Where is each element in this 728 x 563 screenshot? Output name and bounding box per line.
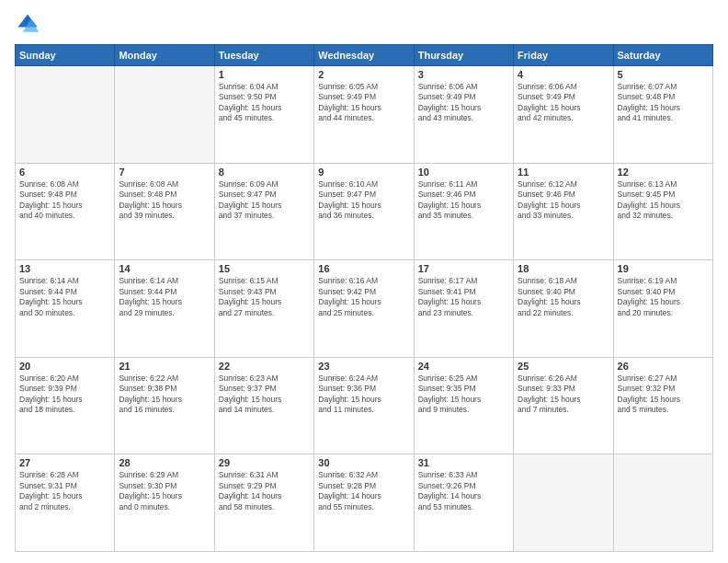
day-info: Sunrise: 6:08 AM Sunset: 9:48 PM Dayligh… xyxy=(19,179,110,222)
day-number: 22 xyxy=(219,361,310,372)
calendar-cell: 3Sunrise: 6:06 AM Sunset: 9:49 PM Daylig… xyxy=(414,66,513,164)
day-info: Sunrise: 6:32 AM Sunset: 9:28 PM Dayligh… xyxy=(318,470,409,512)
calendar-cell: 4Sunrise: 6:06 AM Sunset: 9:49 PM Daylig… xyxy=(514,66,613,164)
day-info: Sunrise: 6:25 AM Sunset: 9:35 PM Dayligh… xyxy=(418,373,509,416)
day-number: 17 xyxy=(418,263,509,274)
calendar-cell xyxy=(514,454,613,552)
day-info: Sunrise: 6:18 AM Sunset: 9:40 PM Dayligh… xyxy=(518,276,609,318)
day-info: Sunrise: 6:17 AM Sunset: 9:41 PM Dayligh… xyxy=(418,276,509,318)
calendar-cell: 22Sunrise: 6:23 AM Sunset: 9:37 PM Dayli… xyxy=(214,357,313,454)
day-info: Sunrise: 6:05 AM Sunset: 9:49 PM Dayligh… xyxy=(318,82,409,124)
day-number: 6 xyxy=(19,167,110,178)
day-number: 27 xyxy=(19,457,110,468)
day-info: Sunrise: 6:12 AM Sunset: 9:46 PM Dayligh… xyxy=(518,179,609,222)
calendar-week-1: 1Sunrise: 6:04 AM Sunset: 9:50 PM Daylig… xyxy=(16,66,713,164)
day-info: Sunrise: 6:23 AM Sunset: 9:37 PM Dayligh… xyxy=(219,373,310,416)
day-info: Sunrise: 6:28 AM Sunset: 9:31 PM Dayligh… xyxy=(19,470,110,512)
calendar-cell: 14Sunrise: 6:14 AM Sunset: 9:44 PM Dayli… xyxy=(115,260,214,358)
day-number: 18 xyxy=(518,263,609,274)
weekday-header-saturday: Saturday xyxy=(613,45,712,66)
calendar-cell: 5Sunrise: 6:07 AM Sunset: 9:48 PM Daylig… xyxy=(613,66,712,164)
day-number: 31 xyxy=(418,457,509,468)
calendar-week-4: 20Sunrise: 6:20 AM Sunset: 9:39 PM Dayli… xyxy=(16,357,713,454)
calendar-cell: 29Sunrise: 6:31 AM Sunset: 9:29 PM Dayli… xyxy=(214,454,313,552)
calendar-cell: 24Sunrise: 6:25 AM Sunset: 9:35 PM Dayli… xyxy=(414,357,513,454)
calendar-cell: 18Sunrise: 6:18 AM Sunset: 9:40 PM Dayli… xyxy=(514,260,613,358)
calendar-cell: 9Sunrise: 6:10 AM Sunset: 9:47 PM Daylig… xyxy=(314,163,414,260)
day-info: Sunrise: 6:14 AM Sunset: 9:44 PM Dayligh… xyxy=(19,276,110,318)
weekday-header-monday: Monday xyxy=(115,45,214,66)
day-info: Sunrise: 6:09 AM Sunset: 9:47 PM Dayligh… xyxy=(219,179,310,222)
day-number: 11 xyxy=(518,167,609,178)
day-info: Sunrise: 6:06 AM Sunset: 9:49 PM Dayligh… xyxy=(518,82,609,124)
calendar-cell: 12Sunrise: 6:13 AM Sunset: 9:45 PM Dayli… xyxy=(613,163,712,260)
calendar-cell: 15Sunrise: 6:15 AM Sunset: 9:43 PM Dayli… xyxy=(214,260,313,358)
day-number: 8 xyxy=(219,167,310,178)
page: SundayMondayTuesdayWednesdayThursdayFrid… xyxy=(0,0,728,563)
calendar-cell xyxy=(115,66,214,164)
day-number: 26 xyxy=(618,361,709,372)
logo xyxy=(15,11,44,37)
day-number: 9 xyxy=(318,167,409,178)
day-info: Sunrise: 6:27 AM Sunset: 9:32 PM Dayligh… xyxy=(618,373,709,416)
calendar-cell: 19Sunrise: 6:19 AM Sunset: 9:40 PM Dayli… xyxy=(613,260,712,358)
day-number: 7 xyxy=(119,167,210,178)
day-number: 19 xyxy=(618,263,709,274)
calendar-cell: 13Sunrise: 6:14 AM Sunset: 9:44 PM Dayli… xyxy=(16,260,115,358)
day-info: Sunrise: 6:22 AM Sunset: 9:38 PM Dayligh… xyxy=(119,373,210,416)
calendar-cell xyxy=(16,66,115,164)
calendar-cell: 23Sunrise: 6:24 AM Sunset: 9:36 PM Dayli… xyxy=(314,357,414,454)
day-number: 14 xyxy=(119,263,210,274)
calendar-week-5: 27Sunrise: 6:28 AM Sunset: 9:31 PM Dayli… xyxy=(16,454,713,552)
day-number: 15 xyxy=(219,263,310,274)
calendar-cell: 31Sunrise: 6:33 AM Sunset: 9:26 PM Dayli… xyxy=(414,454,513,552)
calendar-cell xyxy=(613,454,712,552)
calendar-week-3: 13Sunrise: 6:14 AM Sunset: 9:44 PM Dayli… xyxy=(16,260,713,358)
day-info: Sunrise: 6:11 AM Sunset: 9:46 PM Dayligh… xyxy=(418,179,509,222)
calendar-cell: 27Sunrise: 6:28 AM Sunset: 9:31 PM Dayli… xyxy=(16,454,115,552)
day-info: Sunrise: 6:29 AM Sunset: 9:30 PM Dayligh… xyxy=(119,470,210,512)
day-info: Sunrise: 6:26 AM Sunset: 9:33 PM Dayligh… xyxy=(518,373,609,416)
day-number: 20 xyxy=(19,361,110,372)
day-number: 1 xyxy=(219,69,310,80)
day-info: Sunrise: 6:15 AM Sunset: 9:43 PM Dayligh… xyxy=(219,276,310,318)
calendar-cell: 10Sunrise: 6:11 AM Sunset: 9:46 PM Dayli… xyxy=(414,163,513,260)
day-info: Sunrise: 6:08 AM Sunset: 9:48 PM Dayligh… xyxy=(119,179,210,222)
day-number: 25 xyxy=(518,361,609,372)
calendar-cell: 11Sunrise: 6:12 AM Sunset: 9:46 PM Dayli… xyxy=(514,163,613,260)
day-info: Sunrise: 6:33 AM Sunset: 9:26 PM Dayligh… xyxy=(418,470,509,512)
day-info: Sunrise: 6:10 AM Sunset: 9:47 PM Dayligh… xyxy=(318,179,409,222)
calendar-cell: 6Sunrise: 6:08 AM Sunset: 9:48 PM Daylig… xyxy=(16,163,115,260)
weekday-header-sunday: Sunday xyxy=(16,45,115,66)
calendar-cell: 25Sunrise: 6:26 AM Sunset: 9:33 PM Dayli… xyxy=(514,357,613,454)
day-info: Sunrise: 6:07 AM Sunset: 9:48 PM Dayligh… xyxy=(618,82,709,124)
calendar-cell: 28Sunrise: 6:29 AM Sunset: 9:30 PM Dayli… xyxy=(115,454,214,552)
day-number: 29 xyxy=(219,457,310,468)
weekday-header-wednesday: Wednesday xyxy=(314,45,414,66)
day-info: Sunrise: 6:06 AM Sunset: 9:49 PM Dayligh… xyxy=(418,82,509,124)
day-number: 13 xyxy=(19,263,110,274)
calendar-cell: 17Sunrise: 6:17 AM Sunset: 9:41 PM Dayli… xyxy=(414,260,513,358)
day-number: 24 xyxy=(418,361,509,372)
day-number: 12 xyxy=(618,167,709,178)
day-number: 2 xyxy=(318,69,409,80)
day-info: Sunrise: 6:16 AM Sunset: 9:42 PM Dayligh… xyxy=(318,276,409,318)
day-info: Sunrise: 6:04 AM Sunset: 9:50 PM Dayligh… xyxy=(219,82,310,124)
logo-icon xyxy=(15,11,40,37)
day-info: Sunrise: 6:31 AM Sunset: 9:29 PM Dayligh… xyxy=(219,470,310,512)
weekday-header-tuesday: Tuesday xyxy=(214,45,313,66)
day-number: 10 xyxy=(418,167,509,178)
calendar-cell: 26Sunrise: 6:27 AM Sunset: 9:32 PM Dayli… xyxy=(613,357,712,454)
weekday-header-friday: Friday xyxy=(514,45,613,66)
day-number: 3 xyxy=(418,69,509,80)
day-info: Sunrise: 6:19 AM Sunset: 9:40 PM Dayligh… xyxy=(618,276,709,318)
day-number: 23 xyxy=(318,361,409,372)
day-number: 16 xyxy=(318,263,409,274)
calendar-cell: 21Sunrise: 6:22 AM Sunset: 9:38 PM Dayli… xyxy=(115,357,214,454)
calendar-cell: 8Sunrise: 6:09 AM Sunset: 9:47 PM Daylig… xyxy=(214,163,313,260)
weekday-header-row: SundayMondayTuesdayWednesdayThursdayFrid… xyxy=(16,45,713,66)
header xyxy=(15,11,713,37)
day-info: Sunrise: 6:20 AM Sunset: 9:39 PM Dayligh… xyxy=(19,373,110,416)
day-number: 4 xyxy=(518,69,609,80)
calendar-table: SundayMondayTuesdayWednesdayThursdayFrid… xyxy=(15,44,713,552)
